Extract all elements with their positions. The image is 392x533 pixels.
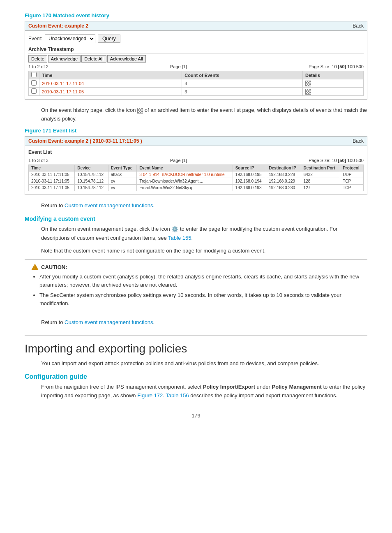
archive-label: Archive Timestamp [28,46,364,53]
caution-box: CAUTION: After you modify a custom event… [25,259,367,314]
fig171-ui-box: Custom Event: example 2 ( 2010-03-11 17:… [25,136,367,195]
caution-item-1: After you modify a custom event (analysi… [39,273,361,289]
table-row: 2010-03-11 17:11:05 10.154.78.112 attack… [29,171,364,178]
table-row: 2010-03-11 17:11:05 10.154.78.112 ev Ema… [29,184,364,191]
return-link-1[interactable]: Custom event management functions [65,202,153,209]
return-link-2[interactable]: Custom event management functions [65,319,153,325]
modifying-heading: Modifying a custom event [25,216,367,222]
fig171-page-size: Page Size: 10 [50] 100 500 [309,158,364,163]
modifying-desc: On the custom event management page, cli… [41,225,367,242]
fig170-header: Custom Event: example 2 Back [25,21,367,31]
fig171-box-title: Custom Event: example 2 ( 2010-03-11 17:… [28,138,142,144]
fig171-back-link[interactable]: Back [353,138,364,144]
fig170-page-label: Page [1] [170,64,187,69]
row-checkbox[interactable] [31,88,37,94]
caution-item-2: The SecCenter system synchronizes policy… [39,291,361,307]
fig170-pagination: 1 to 2 of 2 [28,64,48,69]
row-checkbox[interactable] [31,80,37,86]
fig170-ui-box: Custom Event: example 2 Back Event: Unac… [25,21,367,100]
table-row: 2010-03-11 17:11:05 3 [29,88,364,96]
caution-list: After you modify a custom event (analysi… [39,273,361,307]
delete-all-btn[interactable]: Delete All [81,55,106,63]
event-label: Event: [28,36,42,42]
figure-171-title: Figure 171 Event list [25,127,367,134]
fig170-table: Time Count of Events Details 2010-03-11 … [28,71,364,96]
return-to-2: Return to Custom event management functi… [41,318,367,327]
figure-172-link[interactable]: Figure 172 [137,392,163,399]
delete-btn[interactable]: Delete [28,55,47,63]
settings-icon-inline: ⚙️ [171,226,178,232]
fig170-back-link[interactable]: Back [353,23,364,29]
table-row: 2010-03-11 17:11:05 10.154.78.112 ev Tro… [29,178,364,184]
grid-icon-inline [137,108,143,114]
details-grid-icon[interactable] [305,89,311,95]
page-number: 179 [25,412,367,419]
table-155-link[interactable]: Table 155 [168,235,191,241]
event-select[interactable]: Unacknowledged [45,34,95,43]
importing-heading: Importing and exporting policies [25,335,367,355]
details-grid-icon[interactable] [305,81,311,86]
acknowledge-all-btn[interactable]: Acknowledge All [107,55,146,63]
return-to-1: Return to Custom event management functi… [41,202,367,210]
acknowledge-btn[interactable]: Acknowledge [48,55,81,63]
policy-import-export-bold: Policy Import/Export [203,384,255,390]
table-row: 2010-03-11 17:11:04 3 [29,79,364,88]
fig170-page-size: Page Size: 10 [50] 100 500 [309,64,364,69]
config-guide-heading: Configuration guide [25,373,367,380]
table-156-link[interactable]: Table 156 [166,392,189,399]
query-button[interactable]: Query [98,35,120,43]
select-all-checkbox[interactable] [31,72,37,77]
caution-label: CAUTION: [41,264,67,270]
config-guide-desc: From the navigation tree of the IPS mana… [41,383,367,400]
policy-management-bold: Policy Management [272,384,321,390]
modifying-note: Note that the custom event name is not c… [41,247,367,255]
fig170-desc: On the event history page, click the ico… [41,106,367,123]
fig171-table: Time Device Event Type Event Name Source… [28,165,364,191]
figure-170-title: Figure 170 Matched event history [25,12,367,19]
fig171-pagination: 1 to 3 of 3 [28,158,48,163]
fig171-page-label: Page [1] [170,158,187,163]
event-list-label: Event List [28,149,364,156]
caution-triangle-icon [31,264,39,270]
fig171-header: Custom Event: example 2 ( 2010-03-11 17:… [25,137,367,146]
importing-desc: You can import and export attack protect… [41,359,367,368]
fig170-box-title: Custom Event: example 2 [28,23,88,29]
